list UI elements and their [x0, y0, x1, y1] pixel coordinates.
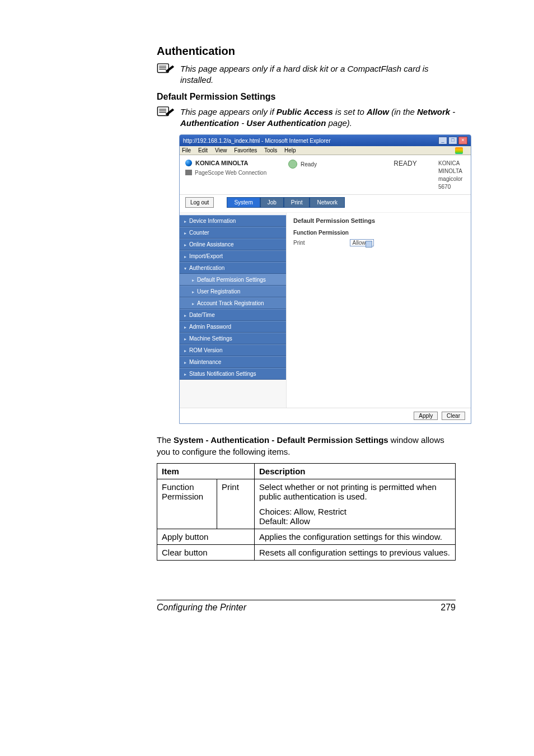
th-item: Item [157, 464, 255, 479]
menu-edit[interactable]: Edit [198, 147, 208, 153]
subsection-title: Default Permission Settings [157, 92, 456, 102]
ie-titlebar: http://192.168.1.2/a_index.html - Micros… [180, 135, 471, 146]
menu-favorites[interactable]: Favorites [234, 147, 257, 153]
side-nav: Device Information Counter Online Assist… [180, 213, 287, 408]
page-number: 279 [441, 603, 456, 613]
note-icon [157, 105, 176, 117]
nav-machine-settings[interactable]: Machine Settings [180, 333, 286, 344]
note-2: This page appears only if Public Access … [157, 105, 456, 129]
nav-online-assist[interactable]: Online Assistance [180, 239, 286, 250]
print-permission-select[interactable]: Allow [350, 239, 374, 246]
th-description: Description [255, 464, 456, 479]
nav-admin-pw[interactable]: Admin Password [180, 321, 286, 333]
menu-view[interactable]: View [215, 147, 227, 153]
cell-apply-btn: Apply button [157, 529, 255, 545]
menu-file[interactable]: File [182, 147, 191, 153]
tab-network[interactable]: Network [310, 197, 345, 208]
nav-import-export[interactable]: Import/Export [180, 250, 286, 262]
minimize-icon[interactable]: _ [438, 137, 447, 144]
screenshot: http://192.168.1.2/a_index.html - Micros… [179, 134, 471, 424]
brand-sub: PageScope Web Connection [185, 170, 280, 176]
ie-title-text: http://192.168.1.2/a_index.html - Micros… [183, 138, 330, 144]
close-icon[interactable]: × [458, 137, 467, 144]
tab-system[interactable]: System [227, 197, 260, 208]
ie-logo-icon [455, 147, 463, 154]
content-pane: Default Permission Settings Function Per… [287, 213, 471, 408]
menu-help[interactable]: Help [284, 147, 296, 153]
nav-authentication[interactable]: Authentication [180, 262, 286, 274]
note-1-text: This page appears only if a hard disk ki… [180, 62, 456, 86]
status-ready-big: READY [380, 160, 430, 167]
maximize-icon[interactable]: □ [448, 137, 457, 144]
status-ready: Ready [288, 160, 372, 169]
nav-rom-version[interactable]: ROM Version [180, 344, 286, 356]
nav-user-reg[interactable]: User Registration [180, 286, 286, 297]
clear-button[interactable]: Clear [442, 412, 465, 420]
nav-account-track[interactable]: Account Track Registration [180, 297, 286, 309]
note-1: This page appears only if a hard disk ki… [157, 62, 456, 86]
content-subtitle: Function Permission [293, 230, 464, 236]
page-footer: Configuring the Printer 279 [157, 600, 456, 613]
nav-default-perm[interactable]: Default Permission Settings [180, 274, 286, 286]
cell-apply-desc: Applies the configuration settings for t… [255, 529, 456, 545]
device-info: KONICA MINOLTA magicolor 5670 [438, 160, 465, 191]
nav-maintenance[interactable]: Maintenance [180, 356, 286, 368]
ie-menubar: File Edit View Favorites Tools Help [180, 146, 471, 155]
app-footer: Apply Clear [180, 408, 471, 423]
note-2-text: This page appears only if Public Access … [180, 105, 456, 129]
tab-job[interactable]: Job [260, 197, 284, 208]
nav-device-info[interactable]: Device Information [180, 215, 286, 227]
brand-name: KONICA MINOLTA [185, 160, 280, 166]
logout-button[interactable]: Log out [185, 197, 214, 208]
cell-func-perm-desc: Select whether or not printing is permit… [255, 479, 456, 529]
tab-print[interactable]: Print [284, 197, 310, 208]
cell-clear-btn: Clear button [157, 545, 255, 561]
cell-print: Print [217, 479, 255, 529]
cell-clear-desc: Resets all configuration settings to pre… [255, 545, 456, 561]
footer-title: Configuring the Printer [157, 603, 246, 613]
cell-func-perm: Function Permission [157, 479, 217, 529]
note-icon [157, 62, 176, 74]
apply-button[interactable]: Apply [414, 412, 438, 420]
nav-status-notify[interactable]: Status Notification Settings [180, 368, 286, 380]
field-label-print: Print [293, 240, 305, 246]
section-title: Authentication [157, 45, 456, 58]
nav-counter[interactable]: Counter [180, 227, 286, 239]
content-title: Default Permission Settings [293, 217, 464, 224]
menu-tools[interactable]: Tools [264, 147, 277, 153]
main-tabs: System Job Print Network [227, 197, 345, 208]
intro-paragraph: The System - Authentication - Default Pe… [157, 434, 456, 458]
app-header: KONICA MINOLTA PageScope Web Connection … [180, 155, 471, 195]
nav-datetime[interactable]: Date/Time [180, 309, 286, 321]
settings-table: Item Description Function Permission Pri… [157, 463, 456, 561]
